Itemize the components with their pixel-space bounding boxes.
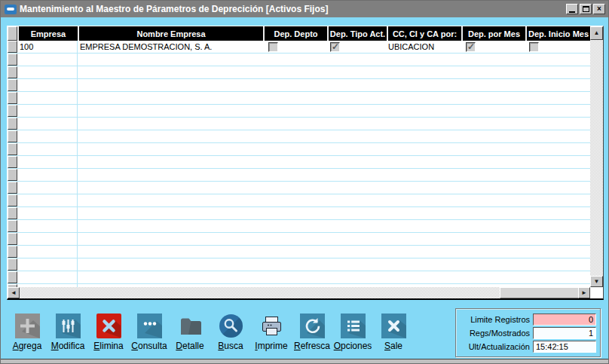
table-row-empty[interactable]: [8, 130, 590, 143]
cell-cc-ci-ca-por: UBICACION: [387, 41, 461, 53]
column-header-nombre-empresa[interactable]: Nombre Empresa: [78, 26, 263, 41]
vertical-scroll-track[interactable]: [590, 40, 603, 276]
table-row-empty[interactable]: [8, 207, 590, 220]
row-selector[interactable]: [8, 233, 17, 245]
ellipsis-icon: [137, 314, 162, 338]
horizontal-scroll-thumb[interactable]: [500, 287, 589, 298]
scroll-down-icon[interactable]: ▼: [590, 276, 603, 287]
row-selector[interactable]: [8, 118, 17, 130]
ult-actualizacion-label: Ult/Actualización: [460, 342, 533, 351]
table-row-empty[interactable]: [8, 246, 590, 258]
table-row[interactable]: 100 EMPRESA DEMOSTRACION, S. A. UBICACIO…: [8, 41, 590, 54]
row-selector[interactable]: [8, 271, 17, 283]
column-header-cc-ci-ca-por[interactable]: CC, CI y CA por:: [387, 26, 461, 41]
consulta-button[interactable]: Consulta: [129, 314, 170, 351]
table-row-empty[interactable]: [8, 169, 590, 182]
cell-nombre-empresa: EMPRESA DEMOSTRACION, S. A.: [78, 41, 263, 53]
vertical-scrollbar[interactable]: ▲ ▼: [590, 26, 603, 287]
table-row-empty[interactable]: [8, 66, 590, 79]
row-selector[interactable]: [8, 143, 17, 155]
folder-icon: [178, 314, 203, 338]
row-selector[interactable]: [8, 156, 17, 168]
agrega-button[interactable]: Agrega: [7, 314, 47, 351]
delete-x-icon: [96, 314, 121, 338]
table-row-empty[interactable]: [8, 194, 590, 207]
table-row-empty[interactable]: [8, 118, 590, 130]
table-row-empty[interactable]: [8, 233, 590, 246]
row-selector[interactable]: [8, 169, 17, 181]
window-title: Mantenimiento al Maestro de Párametros d…: [20, 4, 566, 14]
checkbox-dep-inicio-mes[interactable]: [529, 42, 539, 52]
column-header-dep-por-mes[interactable]: Dep. por Mes: [461, 26, 525, 41]
table-row-empty[interactable]: [8, 156, 590, 169]
table-row-empty[interactable]: [8, 258, 590, 271]
row-selector[interactable]: [8, 105, 17, 117]
scroll-left-icon[interactable]: ◄: [8, 287, 20, 298]
row-selector[interactable]: [8, 92, 17, 104]
opciones-button[interactable]: Opciones: [332, 314, 373, 351]
table-row-empty[interactable]: [8, 182, 590, 194]
sale-button[interactable]: Sale: [373, 314, 414, 351]
row-selector[interactable]: [8, 220, 17, 232]
minimize-icon: [569, 11, 575, 13]
column-header-dep-depto[interactable]: Dep. Depto: [263, 26, 327, 41]
checkbox-dep-tipo-act[interactable]: [330, 42, 340, 52]
ult-actualizacion-value: 15:42:15: [533, 341, 596, 353]
search-icon: [219, 314, 243, 338]
imprime-button[interactable]: Imprime: [251, 314, 292, 351]
printer-icon: [259, 314, 284, 338]
exit-x-icon: [381, 314, 406, 338]
grid-corner-cell: [8, 26, 17, 41]
window-bottom-border: [1, 359, 608, 363]
sliders-icon: [56, 314, 81, 338]
maximize-button[interactable]: [580, 4, 592, 14]
titlebar: Mantenimiento al Maestro de Párametros d…: [1, 1, 608, 17]
elimina-button[interactable]: Elimina: [88, 314, 129, 351]
refresca-button[interactable]: Refresca: [292, 314, 332, 351]
row-selector[interactable]: [8, 194, 17, 206]
window-icon: [5, 5, 17, 14]
horizontal-scroll-track[interactable]: [20, 287, 578, 298]
column-header-empresa[interactable]: Empresa: [17, 26, 78, 41]
busca-button[interactable]: Busca: [210, 314, 251, 351]
row-selector[interactable]: [8, 66, 17, 78]
checkbox-dep-por-mes[interactable]: [466, 42, 476, 52]
checkbox-dep-depto[interactable]: [268, 42, 278, 52]
app-window: Mantenimiento al Maestro de Párametros d…: [0, 0, 609, 364]
modifica-button[interactable]: Modifica: [47, 314, 88, 351]
table-row-empty[interactable]: [8, 54, 590, 66]
row-selector[interactable]: [8, 130, 17, 142]
minimize-button[interactable]: [566, 4, 578, 14]
scroll-up-icon[interactable]: ▲: [590, 26, 603, 40]
row-selector[interactable]: [8, 246, 17, 258]
cell-empresa: 100: [17, 41, 78, 53]
close-button[interactable]: ×: [593, 4, 605, 14]
plus-icon: [15, 314, 40, 338]
row-selector[interactable]: [8, 79, 17, 91]
row-selector[interactable]: [8, 41, 17, 53]
row-selector[interactable]: [8, 258, 17, 271]
table-row-empty[interactable]: [8, 79, 590, 92]
column-header-dep-inicio-mes[interactable]: Dep. Inicio Mes: [525, 26, 590, 41]
limite-registros-label: Limite Registros: [460, 315, 533, 324]
regs-mostrados-label: Regs/Mostrados: [460, 329, 533, 338]
table-row-empty[interactable]: [8, 271, 590, 284]
regs-mostrados-value: 1: [533, 327, 596, 339]
maximize-icon: [583, 6, 589, 12]
table-row-empty[interactable]: [8, 92, 590, 105]
row-selector[interactable]: [8, 182, 17, 194]
column-header-dep-tipo-act[interactable]: Dep. Tipo Act.: [327, 26, 387, 41]
horizontal-scrollbar[interactable]: ◄ ►: [8, 287, 590, 298]
grid-body: 100 EMPRESA DEMOSTRACION, S. A. UBICACIO…: [8, 41, 590, 287]
close-icon: ×: [597, 5, 601, 13]
scrollbar-corner: [590, 287, 603, 298]
table-row-empty[interactable]: [8, 143, 590, 156]
parameters-grid: Empresa Nombre Empresa Dep. Depto Dep. T…: [7, 26, 604, 300]
row-selector[interactable]: [8, 207, 17, 219]
table-row-empty[interactable]: [8, 220, 590, 233]
scroll-right-icon[interactable]: ►: [578, 287, 590, 298]
detalle-button[interactable]: Detalle: [170, 314, 210, 351]
limite-registros-value: 0: [533, 314, 596, 326]
row-selector[interactable]: [8, 54, 17, 66]
table-row-empty[interactable]: [8, 105, 590, 118]
